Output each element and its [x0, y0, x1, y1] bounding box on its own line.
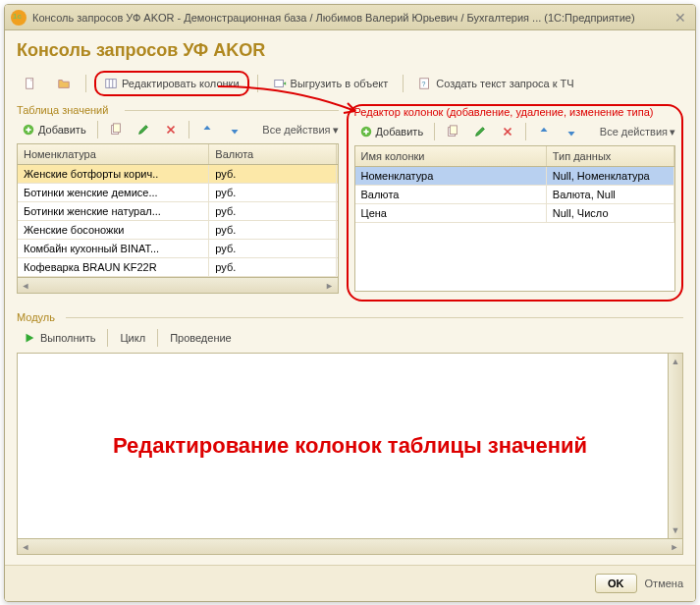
edit-columns-label: Редактировать колонки [122, 78, 240, 89]
table-row[interactable]: ЦенаNull, Число [355, 204, 675, 223]
table-row[interactable]: ВалютаВалюта, Null [355, 186, 675, 204]
add-row-button[interactable]: Добавить [17, 120, 91, 139]
edit-button[interactable] [468, 122, 492, 141]
cell-name: Комбайн кухонный BINAT... [18, 240, 209, 257]
column-editor-pane: Редактор колонок (добавление, удаление, … [347, 104, 684, 302]
create-query-button[interactable]: ? Создать текст запроса к ТЧ [411, 73, 580, 94]
separator [97, 121, 98, 138]
chevron-down-icon: ▾ [670, 126, 675, 138]
copy-icon [109, 123, 123, 137]
move-up-button[interactable] [195, 120, 219, 139]
copy-button[interactable] [104, 120, 128, 139]
x-icon [164, 123, 178, 137]
ok-button[interactable]: OK [595, 574, 637, 593]
col-datatype[interactable]: Тип данных [547, 146, 674, 166]
query-icon: ? [418, 77, 432, 90]
cell-colname: Цена [355, 204, 547, 222]
table-header: Номенклатура Валюта [18, 144, 338, 165]
svg-text:?: ? [422, 81, 426, 87]
loop-button[interactable]: Цикл [114, 330, 151, 346]
add-column-button[interactable]: Добавить [354, 122, 429, 141]
move-down-button[interactable] [223, 120, 246, 139]
cell-currency: руб. [209, 184, 337, 201]
posting-button[interactable]: Проведение [164, 330, 238, 346]
module-toolbar: Выполнить Цикл Проведение [17, 329, 683, 347]
svg-rect-0 [27, 79, 33, 89]
edit-columns-button[interactable]: Редактировать колонки [94, 71, 249, 96]
table-row[interactable]: Ботинки женские натурал...руб. [18, 202, 338, 221]
run-button[interactable]: Выполнить [17, 329, 101, 347]
footer: OK Отмена [5, 565, 695, 601]
new-doc-button[interactable] [17, 73, 44, 94]
panes: Таблица значений Добавить Все действия ▾ [17, 104, 683, 302]
cell-name: Женские ботфорты корич.. [18, 165, 209, 183]
arrow-up-icon [200, 123, 214, 137]
separator [85, 75, 86, 92]
pencil-icon [473, 125, 487, 138]
cell-currency: руб. [209, 221, 337, 239]
table-row[interactable]: НоменклатураNull, Номенклатура [355, 167, 675, 186]
open-button[interactable] [50, 73, 78, 94]
cell-datatype: Валюта, Null [547, 186, 674, 203]
cell-name: Кофеварка BRAUN KF22R [18, 258, 209, 276]
table-row[interactable]: Женские босоножкируб. [18, 221, 338, 240]
window: Консоль запросов УФ AKOR - Демонстрацион… [4, 4, 696, 602]
cell-colname: Номенклатура [355, 167, 547, 185]
table-row[interactable]: Женские ботфорты корич..руб. [18, 165, 338, 184]
add-label: Добавить [376, 126, 424, 138]
copy-icon [446, 125, 459, 138]
h-scrollbar[interactable]: ◄► [17, 278, 339, 294]
all-actions-button[interactable]: Все действия ▾ [600, 126, 675, 138]
col-name[interactable]: Номенклатура [18, 144, 209, 164]
svg-rect-12 [451, 126, 458, 135]
module-label: Модуль [17, 311, 683, 323]
cell-name: Ботинки женские натурал... [18, 202, 209, 220]
table-body: Женские ботфорты корич..руб.Ботинки женс… [18, 165, 338, 277]
close-icon[interactable]: ✕ [672, 9, 689, 27]
move-down-button[interactable] [560, 122, 583, 141]
content: Консоль запросов УФ AKOR Редактировать к… [5, 30, 695, 565]
separator [107, 329, 108, 347]
cell-currency: руб. [209, 258, 337, 276]
table-row[interactable]: Ботинки женские демисе...руб. [18, 184, 338, 202]
svg-rect-1 [106, 80, 117, 88]
cancel-button[interactable]: Отмена [645, 578, 683, 589]
arrow-up-icon [537, 125, 551, 138]
titlebar: Консоль запросов УФ AKOR - Демонстрацион… [5, 5, 695, 30]
svg-rect-9 [113, 124, 120, 133]
create-query-label: Создать текст запроса к ТЧ [436, 78, 573, 89]
columns-table: Имя колонки Тип данных НоменклатураNull,… [354, 145, 676, 292]
col-currency[interactable]: Валюта [209, 144, 337, 164]
delete-button[interactable] [496, 122, 519, 141]
table-row[interactable]: Кофеварка BRAUN KF22Rруб. [18, 258, 338, 277]
copy-button[interactable] [441, 122, 464, 141]
edit-button[interactable] [132, 120, 155, 139]
cell-name: Женские босоножки [18, 221, 209, 239]
export-object-label: Выгрузить в объект [291, 78, 389, 89]
move-up-button[interactable] [532, 122, 556, 141]
values-table-pane: Таблица значений Добавить Все действия ▾ [17, 104, 339, 302]
app-icon [11, 10, 27, 26]
add-label: Добавить [38, 124, 86, 136]
arrow-down-icon [228, 123, 242, 137]
x-icon [501, 125, 514, 138]
arrow-down-icon [565, 125, 578, 138]
plus-icon [359, 125, 373, 138]
col-colname[interactable]: Имя колонки [355, 146, 547, 166]
v-scrollbar[interactable]: ▲▼ [668, 353, 683, 539]
columns-icon [104, 77, 118, 90]
separator [188, 121, 189, 138]
play-icon [23, 331, 36, 345]
export-icon [273, 77, 287, 90]
delete-button[interactable] [159, 120, 183, 139]
code-editor[interactable]: Редактирование колонок таблицы значений … [17, 353, 683, 539]
h-scrollbar[interactable]: ◄► [17, 539, 683, 555]
all-actions-button[interactable]: Все действия ▾ [262, 124, 338, 137]
export-object-button[interactable]: Выгрузить в объект [266, 73, 396, 94]
table-row[interactable]: Комбайн кухонный BINAT...руб. [18, 240, 338, 258]
document-icon [24, 77, 37, 90]
annotation-overlay: Редактирование колонок таблицы значений [113, 433, 587, 459]
separator [434, 123, 435, 140]
cell-currency: руб. [209, 202, 337, 220]
chevron-down-icon: ▾ [333, 124, 339, 137]
